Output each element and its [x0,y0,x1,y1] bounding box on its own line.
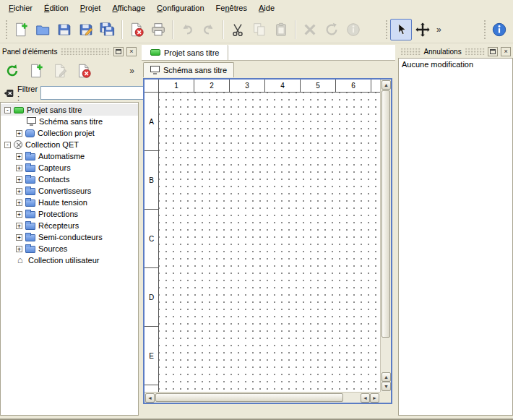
expand-icon[interactable]: + [16,130,22,137]
new-element-button[interactable] [25,60,47,82]
tab-schema[interactable]: Schéma sans titre [143,62,234,77]
vertical-scroll-thumb[interactable] [381,90,390,338]
toolbar-handle[interactable] [483,20,487,39]
move-tool-button[interactable] [412,19,434,40]
expand-icon[interactable]: + [16,211,22,218]
scroll-left-button-right[interactable]: ◄ [361,393,370,403]
expand-icon[interactable]: + [16,176,22,183]
new-file-button[interactable] [10,19,32,40]
project-tab-bar: Projet sans titre [142,45,395,61]
expand-icon[interactable]: + [16,223,22,229]
expand-icon[interactable]: + [16,200,22,206]
about-qet-button[interactable] [488,19,510,40]
menu-configuration[interactable]: Configuration [151,1,210,14]
select-tool-button[interactable] [390,19,412,40]
main-toolbar: » [0,16,513,43]
delete-element-button[interactable] [73,60,95,82]
expand-icon[interactable]: + [16,153,22,160]
horizontal-scroll-track[interactable] [155,393,361,402]
menu-fenetres[interactable]: Fenêtres [210,1,253,14]
close-dock-button[interactable]: × [126,47,137,56]
tree-item-label: Contacts [38,175,69,184]
toolbar-separator [295,20,296,39]
undo-panel-titlebar[interactable]: Annulations × [398,45,513,58]
tree-item-schema[interactable]: Schéma sans titre [1,116,138,127]
elements-panel-titlebar[interactable]: Panel d'éléments × [0,45,139,58]
tree-item-haute-tension[interactable]: + Haute tension [1,197,138,208]
filter-input[interactable] [40,86,147,100]
expand-icon[interactable]: + [16,165,22,171]
cut-button[interactable] [227,19,249,40]
menu-fichier[interactable]: Fichier [3,1,38,14]
element-info-button[interactable] [342,19,364,40]
toolbar-handle[interactable] [384,20,389,39]
menu-projet[interactable]: Projet [74,1,107,14]
schema-icon [150,66,160,72]
schema-canvas[interactable] [159,93,380,392]
tree-item-protections[interactable]: + Protections [1,208,138,220]
row-ruler-filler [145,385,158,392]
tree-item-label: Protections [38,210,78,218]
elements-tree[interactable]: - Projet sans titre Schéma sans titre + … [0,102,139,416]
float-dock-button[interactable] [113,47,124,56]
save-all-button[interactable] [97,19,118,40]
scroll-up-button-bottom[interactable]: ▲ [381,372,391,382]
menu-affichage[interactable]: Affichage [106,1,151,14]
horizontal-scroll-thumb[interactable] [155,393,343,402]
print-icon [150,22,166,38]
folder-icon [25,246,35,253]
copy-button[interactable] [249,19,270,40]
panel-toolbar-overflow-button[interactable]: » [126,66,137,76]
expand-icon[interactable]: + [16,188,22,194]
tree-item-convertisseurs[interactable]: + Convertisseurs [1,185,138,197]
tab-project[interactable]: Projet sans titre [142,45,228,60]
expand-icon[interactable]: + [16,246,22,252]
reload-collections-button[interactable] [1,60,23,82]
scroll-down-button[interactable]: ▼ [381,382,391,391]
horizontal-scrollbar[interactable]: ◄ ◄ ► [145,392,380,403]
tree-item-collection-projet[interactable]: + Collection projet [1,127,138,139]
print-button[interactable] [147,19,169,40]
save-button[interactable] [53,19,75,40]
close-dock-button[interactable]: × [501,47,511,56]
rotate-button[interactable] [321,19,342,40]
collapse-icon[interactable]: - [4,107,11,113]
menu-edition[interactable]: Édition [38,1,74,14]
column-ruler: 1 2 3 4 5 6 [159,80,380,93]
toolbar-overflow-button[interactable]: » [434,25,444,35]
scroll-left-button[interactable]: ◄ [145,393,155,403]
tree-item-capteurs[interactable]: + Capteurs [1,162,138,173]
toolbar-handle[interactable] [4,20,9,39]
tree-item-sources[interactable]: + Sources [1,243,138,254]
undo-button[interactable] [176,19,198,40]
float-dock-button[interactable] [488,47,498,56]
tree-item-label: Collection projet [38,129,95,137]
scroll-right-button[interactable]: ► [370,393,379,403]
tree-item-semi-conducteurs[interactable]: + Semi-conducteurs [1,231,138,243]
undo-history-list[interactable]: Aucune modification [398,58,513,416]
tree-item-automatisme[interactable]: + Automatisme [1,150,138,162]
tree-item-project[interactable]: - Projet sans titre [1,104,138,116]
toolbar-separator [223,20,224,39]
project-tab-label: Projet sans titre [164,48,219,57]
open-file-button[interactable] [32,19,53,40]
vertical-scroll-track[interactable] [381,90,390,372]
menu-aide[interactable]: Aide [253,1,280,14]
edit-element-icon [52,63,68,79]
edit-element-button[interactable] [49,60,71,82]
tree-item-recepteurs[interactable]: + Récepteurs [1,220,138,231]
paste-button[interactable] [270,19,292,40]
tree-item-collection-qet[interactable]: - Collection QET [1,139,138,150]
vertical-scrollbar[interactable]: ▲ ▲ ▼ [380,80,391,392]
tree-item-contacts[interactable]: + Contacts [1,173,138,185]
close-file-button[interactable] [126,19,147,40]
tree-item-collection-utilisateur[interactable]: ⌂ Collection utilisateur [1,254,138,266]
delete-button[interactable] [299,19,321,40]
clear-filter-button[interactable] [3,87,14,100]
scroll-up-button[interactable]: ▲ [381,80,391,90]
undo-empty-text: Aucune modification [402,60,473,69]
collapse-icon[interactable]: - [4,142,11,148]
redo-button[interactable] [198,19,220,40]
save-as-button[interactable] [75,19,97,40]
expand-icon[interactable]: + [16,234,22,241]
